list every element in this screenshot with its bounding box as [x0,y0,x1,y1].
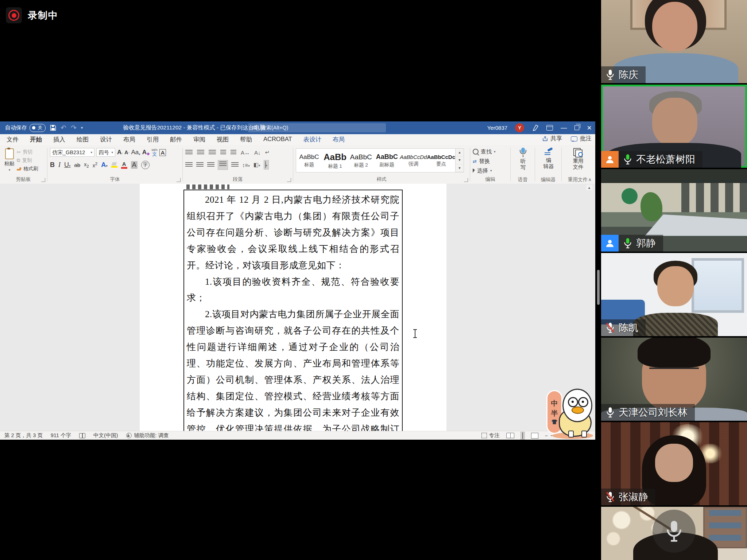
italic-button[interactable]: I [58,161,61,169]
superscript-button[interactable]: x2 [93,161,97,168]
shading-button[interactable]: ◧▾ [253,162,260,168]
reuse-label-2[interactable]: 文件 [573,164,584,170]
grow-font-button[interactable]: Aˆ [117,149,123,156]
collapse-ribbon-icon[interactable]: ∧ [588,177,592,182]
style-heading1[interactable]: AaBb标题 1 [322,149,348,172]
align-left-button[interactable] [185,162,193,168]
font-color-button[interactable]: A [121,161,127,169]
tab-design[interactable]: 设计 [99,135,113,145]
tab-insert[interactable]: 插入 [53,135,66,145]
editor-icon[interactable] [545,148,553,156]
tab-home[interactable]: 开始 [29,135,43,145]
style-emphasis[interactable]: AaBbCcDd强调 [400,149,427,172]
close-button[interactable]: × [587,124,592,132]
cut-button[interactable]: ✂剪切 [17,149,38,155]
tab-draw[interactable]: 绘图 [76,135,89,145]
styles-scroll-down-icon[interactable]: ▼ [456,156,464,164]
ime-skin-icon[interactable] [551,420,557,424]
font-name-combo[interactable]: 仿宋_GB2312▾ [50,148,94,157]
ime-duck-sticker[interactable]: 中 半 [546,384,597,439]
comments-button[interactable]: 批注 [571,135,592,143]
line-spacing-button[interactable]: ↕≡▾ [242,162,250,168]
multilevel-list-button[interactable] [209,150,216,155]
reuse-files-icon[interactable] [573,148,583,157]
tab-references[interactable]: 引用 [146,135,159,145]
change-case-button[interactable]: Aa▾ [131,149,140,156]
text-effects-button[interactable]: A▾ [101,161,108,169]
dictate-label-1[interactable]: 听 [520,158,526,164]
account-name[interactable]: Yer0837 [487,125,507,131]
save-icon[interactable] [50,125,56,131]
show-marks-button[interactable]: ↵ [265,149,270,156]
style-subtitle[interactable]: AaBbC副标题 [374,149,400,172]
tab-layout[interactable]: 布局 [123,135,136,145]
clipboard-dialog-launcher[interactable] [41,178,45,182]
video-tile-5[interactable]: 天津公司刘长林 [601,338,747,421]
paragraph-dialog-launcher[interactable] [287,178,291,182]
select-button[interactable]: 选择▾ [473,166,508,175]
reuse-label-1[interactable]: 重用 [573,158,584,164]
dictate-mic-icon[interactable] [520,148,526,157]
paste-button[interactable]: 粘贴 ▾ [2,147,17,176]
clear-formatting-button[interactable]: A◆ [142,149,150,156]
tab-table-layout[interactable]: 布局 [332,135,345,145]
tab-table-design[interactable]: 表设计 [303,135,322,145]
web-layout-button[interactable] [531,433,538,439]
strikethrough-button[interactable]: ab [74,162,81,168]
account-avatar[interactable]: Y [515,123,524,132]
styles-gallery-scroll[interactable]: ▲ ▼ ▼ [456,148,464,172]
format-painter-button[interactable]: 格式刷 [17,166,38,172]
video-tile-6[interactable]: 张淑静 [601,422,747,505]
video-tile-3[interactable]: 郭静 [601,169,747,252]
tab-file[interactable]: 文件 [6,135,19,145]
minimize-button[interactable]: — [561,125,567,131]
video-tile-1[interactable]: 陈庆 [601,0,747,83]
ink-pen-icon[interactable] [532,124,539,131]
page-indicator[interactable]: 第 2 页，共 3 页 [4,432,43,439]
dictate-label-2[interactable]: 写 [520,164,526,171]
autosave-toggle[interactable]: 自动保存 关 [5,124,46,132]
focus-button[interactable]: 专注 [481,432,500,439]
meeting-panel-scrollbar[interactable] [597,270,600,305]
styles-expand-icon[interactable]: ▼ [456,164,464,172]
recording-indicator[interactable]: 录制中 [6,7,58,23]
tab-acrobat[interactable]: ACROBAT [263,135,293,145]
increase-indent-button[interactable] [231,150,236,155]
video-tile-4[interactable]: 陈凯 [601,253,747,336]
phonetic-guide-button[interactable]: wén文 [151,148,158,156]
decrease-indent-button[interactable] [220,150,226,155]
tab-review[interactable]: 审阅 [193,135,206,145]
document-page[interactable]: 2021 年 12 月 2 日,内蒙古电力经济技术研究院组织召开了《内蒙古电力（… [140,184,446,431]
subscript-button[interactable]: x2 [84,162,89,168]
language-indicator[interactable]: 中文(中国) [93,432,118,439]
numbering-button[interactable] [197,150,204,155]
proofing-icon[interactable] [79,433,85,438]
styles-scroll-up-icon[interactable]: ▲ [456,149,464,156]
ime-mode-chinese[interactable]: 中 [551,400,558,407]
redo-button[interactable]: ↷ [71,124,77,131]
borders-button[interactable]: ▾ [264,160,269,169]
tab-help[interactable]: 帮助 [239,135,253,145]
scroll-up-button[interactable]: ▲ [586,185,592,190]
bullets-button[interactable] [185,150,193,155]
document-area[interactable]: 2021 年 12 月 2 日,内蒙古电力经济技术研究院组织召开了《内蒙古电力（… [0,184,595,431]
enclose-characters-button[interactable]: 字 [141,161,150,169]
document-text-box[interactable]: 2021 年 12 月 2 日,内蒙古电力经济技术研究院组织召开了《内蒙古电力（… [183,190,403,431]
sort-button[interactable]: A↓ [254,149,261,156]
font-dialog-launcher[interactable] [177,178,181,182]
read-mode-button[interactable] [506,433,514,438]
style-intense[interactable]: AaBbCcDc要点 [427,149,455,172]
justify-button[interactable] [218,160,228,170]
print-layout-button[interactable] [521,432,525,439]
replace-button[interactable]: ⇄替换 [473,156,508,166]
styles-dialog-launcher[interactable] [464,178,468,182]
video-tile-2[interactable]: 不老松萧树阳 [601,85,747,168]
underline-button[interactable]: U▾ [64,161,71,169]
ime-halfwidth[interactable]: 半 [551,410,558,417]
bold-button[interactable]: B [50,161,55,169]
shrink-font-button[interactable]: Aˇ [124,149,129,155]
find-button[interactable]: 查找▾ [473,147,508,156]
style-heading2[interactable]: AaBbC标题 2 [348,149,374,172]
share-button[interactable]: 共享 [542,135,562,143]
align-center-button[interactable] [196,162,204,168]
